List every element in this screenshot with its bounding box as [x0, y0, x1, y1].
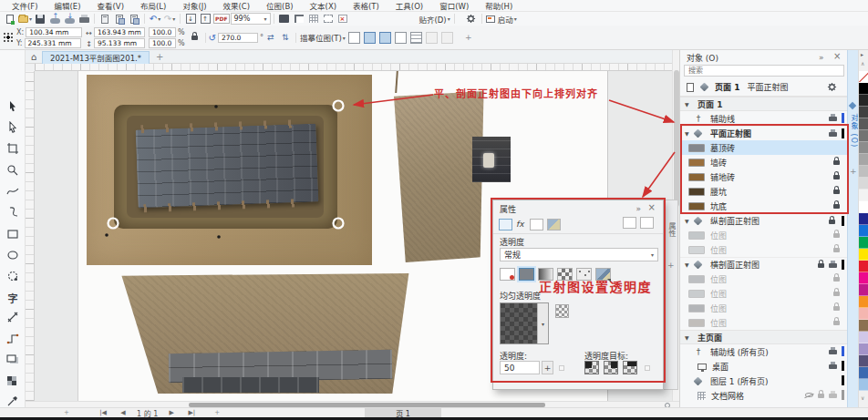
- paste-button[interactable]: [128, 13, 140, 25]
- trace-bitmap-button[interactable]: 描摹位图(T): [300, 32, 346, 44]
- horizontal-ruler[interactable]: [35, 64, 672, 71]
- lock-icon[interactable]: [829, 220, 835, 224]
- printer-icon[interactable]: [829, 263, 837, 268]
- mirror-vertical-button[interactable]: [279, 32, 292, 44]
- plan-orthophoto-image[interactable]: [87, 75, 372, 265]
- add-page-after-button[interactable]: [211, 409, 223, 416]
- palette-swatch[interactable]: [859, 237, 868, 249]
- height-input[interactable]: 95.133 mm: [94, 38, 145, 48]
- page-icon[interactable]: [687, 83, 694, 92]
- effects-tab-icon[interactable]: fx: [516, 220, 524, 229]
- target-all-icon[interactable]: [623, 361, 637, 374]
- home-icon[interactable]: [26, 52, 42, 62]
- transparency-tab-icon[interactable]: [499, 219, 512, 230]
- palette-swatch[interactable]: [859, 154, 868, 166]
- palette-swatch[interactable]: [859, 272, 868, 284]
- layer-options-gear-icon[interactable]: [827, 82, 837, 92]
- printer-icon[interactable]: [829, 350, 837, 354]
- layer-color-bar[interactable]: [842, 390, 844, 400]
- bitmap-tab-icon[interactable]: [547, 219, 561, 230]
- vertical-ruler[interactable]: [26, 71, 35, 401]
- menu-effects[interactable]: 效果(C): [215, 0, 259, 11]
- lock-icon[interactable]: [833, 277, 840, 282]
- palette-swatch[interactable]: [859, 343, 868, 355]
- palette-swatch[interactable]: [859, 190, 868, 201]
- palette-swatch[interactable]: [859, 142, 868, 154]
- copy-button[interactable]: [113, 13, 126, 25]
- tree-row-tomb-top-bricks[interactable]: 墓顶砖: [680, 140, 848, 155]
- next-page-button[interactable]: [165, 409, 178, 416]
- lock-icon[interactable]: [833, 248, 840, 252]
- first-page-button[interactable]: [97, 409, 109, 416]
- scale-x-input[interactable]: 100.0: [149, 27, 176, 37]
- transparency-picker-swatch[interactable]: [500, 302, 549, 344]
- palette-swatch[interactable]: [859, 308, 868, 320]
- tree-row-wall-bricks[interactable]: 墙砖: [680, 155, 848, 169]
- pick-tool[interactable]: [3, 97, 23, 116]
- add-page-before-button[interactable]: [60, 409, 73, 416]
- lock-icon[interactable]: [833, 292, 840, 296]
- menu-window[interactable]: 窗口(W): [431, 0, 477, 11]
- expand-caret-icon[interactable]: [680, 218, 692, 224]
- layer-color-bar[interactable]: [842, 361, 844, 371]
- document-properties-icon[interactable]: [640, 217, 654, 229]
- palette-scroll-up-icon[interactable]: [861, 60, 864, 67]
- palette-swatch[interactable]: [859, 83, 868, 95]
- lock-icon[interactable]: [833, 204, 840, 209]
- launch-button[interactable]: 启动: [486, 13, 517, 25]
- lock-ratio-icon[interactable]: [191, 36, 198, 40]
- visibility-off-icon[interactable]: [805, 393, 813, 397]
- expand-caret-icon[interactable]: [680, 261, 692, 268]
- layer-color-bar[interactable]: [842, 113, 844, 123]
- menu-edit[interactable]: 编辑(E): [46, 0, 89, 11]
- tree-row-floor-bricks[interactable]: 铺地砖: [680, 169, 848, 184]
- expand-caret-icon[interactable]: [680, 130, 692, 137]
- tree-row-plan-layer[interactable]: 平面正射图: [680, 126, 848, 140]
- close-docker-icon[interactable]: [648, 202, 656, 212]
- x-position-input[interactable]: 100.34 mm: [26, 27, 82, 37]
- tree-row-master-page[interactable]: 主页面: [680, 330, 848, 344]
- tree-row-waist-pit[interactable]: 腰坑: [680, 184, 848, 199]
- lock-icon[interactable]: [833, 306, 840, 311]
- tree-row-bitmap[interactable]: 位图: [680, 242, 848, 257]
- layer-color-bar[interactable]: [842, 260, 844, 270]
- expand-caret-icon[interactable]: [680, 101, 692, 108]
- tree-row-longitudinal-section-layer[interactable]: 纵剖面正射图: [680, 213, 848, 228]
- menu-object[interactable]: 对象(J): [174, 0, 214, 11]
- straighten-bitmap-icon[interactable]: [348, 32, 360, 44]
- menu-text[interactable]: 文本(X): [302, 0, 345, 11]
- palette-swatch[interactable]: [859, 95, 868, 107]
- scale-y-input[interactable]: 100.0: [149, 38, 176, 48]
- close-docker-icon[interactable]: [833, 51, 841, 61]
- cloud-download-button[interactable]: [63, 13, 76, 25]
- menu-layout[interactable]: 布局(L): [132, 0, 174, 11]
- y-position-input[interactable]: 245.331 mm: [25, 38, 81, 48]
- horizontal-scrollbar[interactable]: [26, 401, 679, 407]
- new-tab-button[interactable]: [156, 52, 163, 62]
- open-button[interactable]: [18, 13, 32, 25]
- rotation-input[interactable]: 270.0: [218, 33, 258, 43]
- object-position-grid-icon[interactable]: [3, 32, 15, 44]
- lock-icon[interactable]: [818, 263, 824, 268]
- palette-swatch[interactable]: [859, 355, 868, 367]
- merge-mode-select[interactable]: 常规: [500, 248, 658, 261]
- opacity-stepper[interactable]: +: [542, 361, 553, 374]
- lock-icon[interactable]: [833, 321, 840, 325]
- tree-row-bitmap[interactable]: 位图: [680, 271, 848, 286]
- undo-button[interactable]: [149, 13, 161, 25]
- lock-icon[interactable]: [833, 175, 840, 179]
- printer-icon[interactable]: [829, 394, 837, 398]
- export-button[interactable]: ↑: [199, 13, 212, 25]
- tree-row-desktop[interactable]: 桌面: [680, 359, 848, 374]
- uniform-transparency-icon[interactable]: [519, 268, 534, 281]
- lock-icon[interactable]: [818, 394, 824, 398]
- menu-bitmaps[interactable]: 位图(B): [258, 0, 301, 11]
- fullscreen-preview-button[interactable]: [278, 13, 291, 25]
- text-tool[interactable]: 字: [3, 289, 23, 307]
- properties-vertical-tab[interactable]: 属性: [666, 222, 677, 237]
- palette-swatch[interactable]: [859, 332, 868, 343]
- palette-swatch[interactable]: [859, 213, 868, 225]
- rectangle-tool[interactable]: [3, 225, 23, 243]
- cut-button[interactable]: [98, 13, 111, 25]
- polygon-tool[interactable]: [3, 267, 23, 285]
